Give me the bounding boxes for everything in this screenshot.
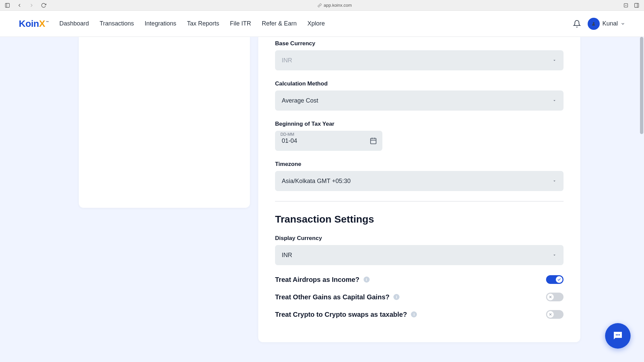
- nav-refer-earn[interactable]: Refer & Earn: [262, 20, 297, 27]
- toggle-knob: [547, 294, 554, 300]
- back-icon[interactable]: [16, 2, 23, 9]
- timezone-select[interactable]: Asia/Kolkata GMT +05:30: [275, 171, 564, 191]
- page-body: Base Currency INR Calculation Method Ave…: [0, 37, 644, 362]
- settings-card: Base Currency INR Calculation Method Ave…: [258, 37, 580, 342]
- svg-point-21: [619, 334, 620, 336]
- base-currency-value: INR: [282, 57, 292, 64]
- chevron-down-icon: [552, 179, 557, 183]
- timezone-value: Asia/Kolkata GMT +05:30: [282, 178, 351, 185]
- crypto-swaps-label: Treat Crypto to Crypto swaps as taxable?…: [275, 311, 417, 318]
- timezone-label: Timezone: [275, 161, 564, 168]
- svg-point-20: [617, 334, 619, 336]
- display-currency-label: Display Currency: [275, 235, 564, 242]
- airdrops-label: Treat Airdrops as Income? i: [275, 276, 370, 284]
- url-text: app.koinx.com: [324, 3, 352, 8]
- nav-integrations[interactable]: Integrations: [145, 20, 176, 27]
- chevron-down-icon: [552, 98, 557, 103]
- crypto-swaps-text: Treat Crypto to Crypto swaps as taxable?: [275, 311, 407, 318]
- scroll-thumb[interactable]: [640, 37, 643, 134]
- notifications-icon[interactable]: [573, 20, 581, 28]
- display-currency-select[interactable]: INR: [275, 245, 564, 265]
- sidebar-toggle-icon[interactable]: [4, 2, 11, 9]
- nav-transactions[interactable]: Transactions: [100, 20, 134, 27]
- nav-dashboard[interactable]: Dashboard: [59, 20, 89, 27]
- tabs-icon[interactable]: [633, 2, 640, 9]
- other-gains-row: Treat Other Gains as Capital Gains? i: [275, 293, 564, 301]
- browser-toolbar: app.koinx.com: [0, 0, 644, 11]
- user-name: Kunal: [602, 20, 618, 27]
- info-icon[interactable]: i: [411, 311, 417, 317]
- tax-year-placeholder: DD-MM: [280, 132, 294, 137]
- user-menu[interactable]: Kunal: [588, 18, 625, 30]
- svg-marker-13: [553, 181, 555, 182]
- airdrops-row: Treat Airdrops as Income? i: [275, 275, 564, 284]
- calc-method-select[interactable]: Average Cost: [275, 90, 564, 111]
- avatar: [588, 18, 600, 30]
- tax-year-field[interactable]: DD-MM 01-04: [275, 131, 382, 151]
- airdrops-toggle[interactable]: [546, 275, 564, 284]
- crypto-swaps-toggle[interactable]: [546, 310, 564, 319]
- nav-xplore[interactable]: Xplore: [308, 20, 325, 27]
- nav-links: Dashboard Transactions Integrations Tax …: [59, 20, 325, 27]
- base-currency-label: Base Currency: [275, 40, 564, 47]
- logo[interactable]: KoinX™: [19, 18, 49, 29]
- svg-rect-4: [635, 3, 639, 7]
- svg-rect-0: [5, 3, 9, 7]
- app-header: KoinX™ Dashboard Transactions Integratio…: [0, 11, 644, 37]
- nav-tax-reports[interactable]: Tax Reports: [187, 20, 219, 27]
- toggle-knob: [547, 311, 554, 318]
- link-icon: [318, 3, 322, 7]
- chevron-down-icon: [621, 21, 625, 26]
- chevron-down-icon: [552, 58, 557, 63]
- forward-icon[interactable]: [28, 2, 35, 9]
- sidebar-card: [79, 37, 250, 208]
- divider: [275, 201, 564, 201]
- svg-point-6: [593, 22, 595, 24]
- chat-icon: [612, 330, 624, 342]
- svg-point-19: [616, 334, 617, 336]
- chevron-down-icon: [552, 253, 557, 257]
- nav-file-itr[interactable]: File ITR: [230, 20, 251, 27]
- reload-icon[interactable]: [40, 2, 47, 9]
- other-gains-text: Treat Other Gains as Capital Gains?: [275, 293, 389, 301]
- display-currency-value: INR: [282, 252, 292, 259]
- svg-rect-9: [371, 138, 376, 144]
- crypto-swaps-row: Treat Crypto to Crypto swaps as taxable?…: [275, 310, 564, 319]
- transaction-settings-title: Transaction Settings: [275, 214, 564, 225]
- calc-method-value: Average Cost: [282, 97, 318, 104]
- chat-button[interactable]: [605, 323, 631, 349]
- other-gains-label: Treat Other Gains as Capital Gains? i: [275, 293, 399, 301]
- info-icon[interactable]: i: [364, 277, 370, 283]
- other-gains-toggle[interactable]: [546, 293, 564, 301]
- svg-marker-14: [553, 255, 555, 256]
- airdrops-text: Treat Airdrops as Income?: [275, 276, 360, 284]
- url-bar[interactable]: app.koinx.com: [52, 3, 617, 8]
- tax-year-label: Beginning of Tax Year: [275, 121, 564, 127]
- svg-marker-7: [553, 60, 555, 61]
- info-icon[interactable]: i: [393, 294, 399, 300]
- share-icon[interactable]: [623, 2, 629, 9]
- toggle-knob: [556, 276, 562, 283]
- calendar-icon[interactable]: [370, 137, 377, 144]
- base-currency-select: INR: [275, 50, 564, 70]
- tax-year-value: 01-04: [282, 137, 297, 144]
- scrollbar[interactable]: [639, 37, 644, 362]
- svg-marker-8: [553, 100, 555, 101]
- calc-method-label: Calculation Method: [275, 80, 564, 87]
